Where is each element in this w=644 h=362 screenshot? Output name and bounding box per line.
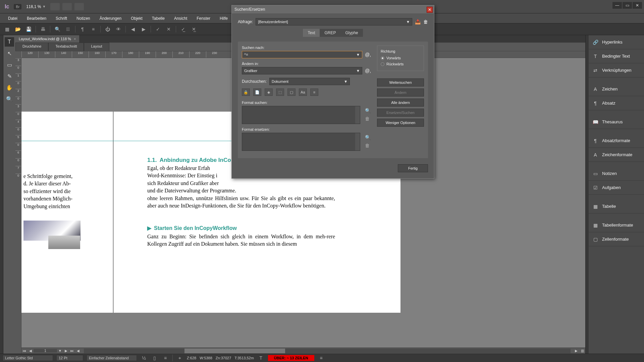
zoom-tool-icon[interactable]: 🔍	[5, 94, 14, 104]
specify-format-icon[interactable]: 🔍	[365, 108, 371, 114]
close-icon[interactable]: ×	[74, 37, 76, 41]
weniger-optionen-button[interactable]: Weniger Optionen	[377, 119, 424, 127]
tab-textabschnitt[interactable]: Textabschnitt	[48, 43, 84, 51]
chevron-down-icon[interactable]: ▼	[42, 5, 46, 8]
special-char-icon[interactable]: @,	[365, 68, 371, 73]
dialog-close-button[interactable]: ✕	[427, 7, 433, 13]
panel-absatz[interactable]: ¶Absatz	[589, 96, 644, 110]
scroll-left-icon[interactable]: ◀	[75, 349, 81, 353]
panel-zeichenformate[interactable]: AZeichenformate	[589, 148, 644, 162]
horizontal-scrollbar[interactable]	[84, 349, 571, 353]
fraction-icon[interactable]: ½	[140, 354, 148, 362]
tab-text[interactable]: Text	[303, 29, 320, 37]
abfrage-select[interactable]: [Benutzerdefiniert]▼	[256, 18, 412, 25]
whole-word-icon[interactable]: ≡	[310, 88, 318, 96]
next-icon[interactable]: ▶	[140, 25, 147, 33]
power-icon[interactable]: ⏻	[104, 25, 111, 33]
alle-aendern-button[interactable]: Alle ändern	[377, 99, 424, 107]
panel-absatzformate[interactable]: ¶Absatzformate	[589, 134, 644, 148]
direct-select-icon[interactable]: ↖	[5, 49, 14, 58]
window-maximize[interactable]: ▭	[623, 2, 632, 9]
menu-notizen[interactable]: Notizen	[72, 15, 95, 22]
specify-format-icon[interactable]: 🔍	[365, 135, 371, 141]
save-icon[interactable]: 💾	[25, 25, 32, 33]
prev-icon[interactable]: ◀	[129, 25, 137, 33]
ersetzen-suchen-button[interactable]: Ersetzen/Suchen	[377, 109, 424, 117]
format-suchen-box[interactable]	[242, 106, 360, 124]
align-icon[interactable]: ▯	[151, 354, 158, 362]
menu-icon[interactable]: ≡	[318, 354, 325, 362]
weitersuchen-button[interactable]: Weitersuchen	[377, 78, 424, 86]
menu-datei[interactable]: Datei	[3, 15, 22, 22]
aendern-in-input[interactable]: Grafiker▼	[242, 67, 362, 74]
menu-bearbeiten[interactable]: Bearbeiten	[22, 15, 51, 22]
page-number-field[interactable]: 1	[34, 349, 57, 353]
last-page-icon[interactable]: ⏭	[69, 349, 75, 353]
radio-vorwaerts[interactable]: Vorwärts	[381, 56, 420, 60]
menu-tabelle[interactable]: Tabelle	[147, 15, 169, 22]
menu-schrift[interactable]: Schrift	[51, 15, 72, 22]
case-sensitive-icon[interactable]: Aa	[299, 88, 307, 96]
locked-layers-icon[interactable]: 🔒	[242, 88, 250, 96]
panel-verknuepfungen[interactable]: ⇄Verknüpfungen	[589, 63, 644, 77]
eye-icon[interactable]: 👁	[115, 25, 122, 33]
menu-hilfe[interactable]: Hilfe	[215, 15, 232, 22]
scroll-right-icon[interactable]: ▶	[573, 349, 579, 353]
hand-tool-icon[interactable]: ✋	[5, 83, 14, 92]
page-chevron-icon[interactable]: ▼	[57, 349, 63, 353]
heading-2[interactable]: ▶ Starten Sie den InCopyWorkflow	[147, 225, 237, 231]
radio-rueckwaerts[interactable]: Rückwärts	[381, 62, 420, 66]
panel-zellenformate[interactable]: ▢Zellenformate	[589, 232, 644, 246]
aendern-button[interactable]: Ändern	[377, 88, 424, 97]
font-field[interactable]: Letter Gothic Std	[3, 355, 53, 361]
reject-all-icon[interactable]: ✕̲	[190, 25, 198, 33]
durchsuchen-select[interactable]: Dokument▼	[269, 78, 350, 85]
panel-thesaurus[interactable]: 📖Thesaurus	[589, 115, 644, 129]
special-char-icon[interactable]: @,	[365, 52, 371, 57]
zoom-control[interactable]: 118,1 % ▼	[24, 4, 48, 9]
tab-druckfahne[interactable]: Druckfahne	[15, 43, 48, 51]
window-close[interactable]: ✕	[633, 2, 642, 9]
print-icon[interactable]: 🖶	[39, 25, 47, 33]
first-page-icon[interactable]: ⏮	[21, 349, 28, 353]
format-ersetzen-box[interactable]	[242, 133, 360, 151]
menu-ansicht[interactable]: Ansicht	[169, 15, 192, 22]
panel-hyperlinks[interactable]: 🔗Hyperlinks	[589, 35, 644, 49]
panel-tabellenformate[interactable]: ▦Tabellenformate	[589, 218, 644, 232]
screen-mode-icon[interactable]	[62, 3, 72, 10]
load-query-icon[interactable]: 📥	[415, 19, 421, 24]
panel-aufgaben[interactable]: ☑Aufgaben	[589, 181, 644, 195]
paragraph-icon[interactable]: ¶	[79, 25, 86, 33]
accept-all-icon[interactable]: ✓̲	[179, 25, 187, 33]
body-paragraph-2[interactable]: Ganz zu Beginn: Sie befinden sich gleich…	[147, 233, 335, 248]
text-stats-icon[interactable]: T	[257, 354, 265, 362]
text-column-left[interactable]: e Schrittfolge gemeint, d. Je klarer die…	[23, 173, 82, 210]
leading-field[interactable]: Einfacher Zeilenabstand	[87, 355, 137, 361]
split-view-icon[interactable]: ▥	[579, 349, 585, 353]
new-icon[interactable]: ▦	[3, 25, 11, 33]
panel-tabelle[interactable]: ▦Tabelle	[589, 199, 644, 214]
open-icon[interactable]: 📂	[14, 25, 21, 33]
window-minimize[interactable]: —	[612, 2, 622, 9]
menu-aenderungen[interactable]: Änderungen	[95, 15, 126, 22]
panel-bedingter-text[interactable]: TBedingter Text	[589, 49, 644, 63]
footnotes-icon[interactable]: ▢	[287, 88, 296, 96]
master-pages-icon[interactable]: ⬚	[276, 88, 284, 96]
clear-format-icon[interactable]: 🗑	[365, 116, 371, 122]
delete-query-icon[interactable]: 🗑	[423, 19, 428, 24]
note-tool-icon[interactable]: ▭	[5, 60, 14, 69]
type-tool-icon[interactable]: T	[5, 37, 14, 47]
eyedropper-icon[interactable]: ✎	[5, 71, 14, 81]
view-mode-icon[interactable]	[50, 3, 60, 10]
prev-page-icon[interactable]: ◀	[28, 349, 34, 353]
menu-fenster[interactable]: Fenster	[192, 15, 215, 22]
tab-glyphe[interactable]: Glyphe	[341, 29, 363, 37]
bridge-icon[interactable]: Br	[14, 4, 21, 9]
search-icon[interactable]: 🔍	[54, 25, 61, 33]
panel-zeichen[interactable]: AZeichen	[589, 82, 644, 96]
tab-layout[interactable]: Layout	[84, 43, 109, 51]
fontsize-field[interactable]: 12 Pt	[56, 355, 83, 361]
accept-icon[interactable]: ✓	[154, 25, 162, 33]
suchen-nach-input[interactable]: ^=▼	[242, 51, 362, 58]
heading-1[interactable]: 1.1. Anbindung zu Adobe InCopy	[147, 157, 237, 164]
